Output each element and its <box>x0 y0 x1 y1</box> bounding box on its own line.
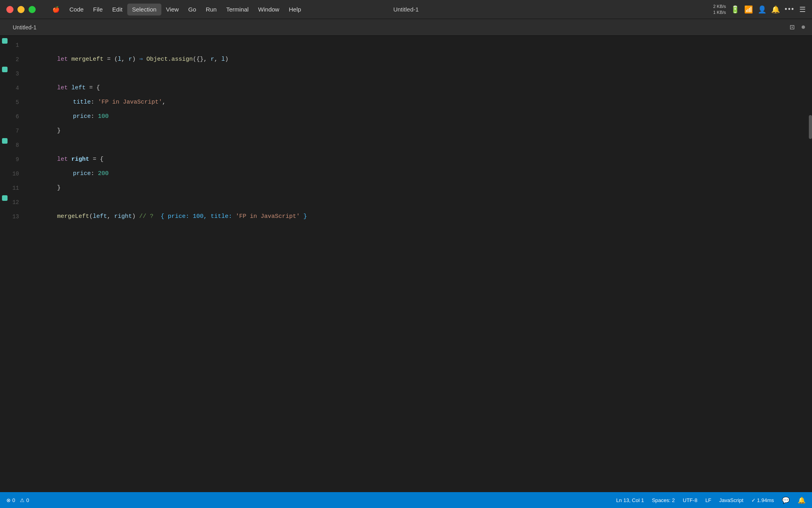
breakpoint-11 <box>0 181 10 187</box>
code-line-9: price: 200 <box>32 152 812 167</box>
tab-bar: Untitled-1 ⊡ ● <box>0 19 812 36</box>
breakpoint-1[interactable] <box>0 38 10 44</box>
line-num-2: 2 <box>10 52 25 67</box>
cursor-position[interactable]: Ln 13, Col 1 <box>616 497 644 503</box>
code-area[interactable]: let mergeLeft = (l, r) ⇒ Object.assign({… <box>32 36 812 492</box>
line-wrapper-1: 1 <box>0 38 32 52</box>
kb-up: 2 KB/s <box>713 4 726 9</box>
status-right-menubar: 2 KB/s 1 KB/s 🔋 📶 👤 🔔 ••• ☰ <box>713 4 806 15</box>
line-num-1: 1 <box>10 38 25 52</box>
line-num-5: 5 <box>10 95 25 110</box>
menu-help[interactable]: Help <box>284 4 306 15</box>
breakpoint-13 <box>0 210 10 215</box>
menu-run[interactable]: Run <box>201 4 222 15</box>
line-wrapper-3: 3 <box>0 67 32 81</box>
wifi-icon: 📶 <box>744 5 753 14</box>
kb-down: 1 KB/s <box>713 10 726 15</box>
code-line-10: } <box>32 167 812 181</box>
code-line-11 <box>32 181 812 195</box>
network-speed: 2 KB/s 1 KB/s <box>713 4 726 15</box>
code-line-6: } <box>32 110 812 124</box>
traffic-lights <box>6 6 36 13</box>
error-icon: ⊗ <box>6 497 11 503</box>
status-right-bar: Ln 13, Col 1 Spaces: 2 UTF-8 LF JavaScri… <box>616 496 806 504</box>
line-num-7: 7 <box>10 124 25 138</box>
line-num-12: 12 <box>10 195 25 210</box>
encoding[interactable]: UTF-8 <box>683 497 697 503</box>
line-wrapper-13: 13 <box>0 210 32 224</box>
line-num-10: 10 <box>10 167 25 181</box>
menu-go[interactable]: Go <box>184 4 201 15</box>
maximize-button[interactable] <box>29 6 36 13</box>
line-num-11: 11 <box>10 181 25 195</box>
warning-icon: ⚠ <box>20 497 25 503</box>
window-title: Untitled-1 <box>393 6 419 13</box>
breakpoint-12[interactable] <box>0 195 10 201</box>
line-num-9: 9 <box>10 152 25 167</box>
warning-count: 0 <box>26 497 29 503</box>
notification-icon: 🔔 <box>771 5 780 14</box>
line-wrapper-10: 10 <box>0 167 32 181</box>
line-wrapper-8: 8 <box>0 138 32 152</box>
indentation[interactable]: Spaces: 2 <box>652 497 675 503</box>
line-wrapper-11: 11 <box>0 181 32 195</box>
line-gutter: 1 2 3 4 5 6 7 8 <box>0 36 32 492</box>
breakpoint-8[interactable] <box>0 138 10 144</box>
line-wrapper-4: 4 <box>0 81 32 95</box>
more-icon: ••• <box>785 5 795 13</box>
menu-selection[interactable]: Selection <box>127 4 161 15</box>
menu-items: 🍎 Code File Edit Selection View Go Run T… <box>48 4 306 15</box>
breakpoint-3[interactable] <box>0 67 10 72</box>
menu-terminal[interactable]: Terminal <box>221 4 253 15</box>
code-line-3: let left = { <box>32 67 812 81</box>
menu-file[interactable]: File <box>88 4 107 15</box>
menu-window[interactable]: Window <box>253 4 284 15</box>
language-mode[interactable]: JavaScript <box>719 497 743 503</box>
list-icon: ☰ <box>799 5 806 14</box>
tab-actions: ⊡ ● <box>790 22 806 32</box>
code-line-8: let right = { <box>32 138 812 152</box>
line-wrapper-12: 12 <box>0 195 32 210</box>
code-line-12: mergeLeft(left, right) // ? { price: 100… <box>32 195 812 210</box>
breakpoint-6 <box>0 110 10 115</box>
menu-edit[interactable]: Edit <box>107 4 127 15</box>
errors-indicator[interactable]: ⊗ 0 ⚠ 0 <box>6 497 29 503</box>
status-left: ⊗ 0 ⚠ 0 <box>6 497 29 503</box>
line-num-4: 4 <box>10 81 25 95</box>
line-num-13: 13 <box>10 210 25 224</box>
close-button[interactable] <box>6 6 13 13</box>
scrollbar[interactable] <box>809 115 812 139</box>
active-tab[interactable]: Untitled-1 <box>6 21 43 34</box>
line-num-6: 6 <box>10 110 25 124</box>
editor-area: 1 2 3 4 5 6 7 8 <box>0 36 812 492</box>
minimize-button[interactable] <box>17 6 25 13</box>
breakpoint-2 <box>0 52 10 58</box>
line-wrapper-9: 9 <box>0 152 32 167</box>
apple-menu[interactable]: 🍎 <box>48 4 65 15</box>
menu-code[interactable]: Code <box>65 4 88 15</box>
line-wrapper-2: 2 <box>0 52 32 67</box>
line-num-3: 3 <box>10 67 25 81</box>
menu-view[interactable]: View <box>161 4 184 15</box>
timing: ✓ 1.94ms <box>751 497 774 503</box>
status-bar: ⊗ 0 ⚠ 0 Ln 13, Col 1 Spaces: 2 UTF-8 LF … <box>0 492 812 508</box>
line-wrapper-5: 5 <box>0 95 32 110</box>
line-ending[interactable]: LF <box>705 497 711 503</box>
more-options-dot[interactable]: ● <box>801 23 806 32</box>
breakpoint-4 <box>0 81 10 87</box>
notification-bell-icon[interactable]: 🔔 <box>798 496 806 504</box>
breakpoint-10 <box>0 167 10 172</box>
code-line-7 <box>32 124 812 138</box>
breakpoint-5 <box>0 95 10 101</box>
line-wrapper-7: 7 <box>0 124 32 138</box>
feedback-icon[interactable]: 💬 <box>782 496 790 504</box>
code-line-1: let mergeLeft = (l, r) ⇒ Object.assign({… <box>32 38 812 52</box>
line-num-8: 8 <box>10 138 25 152</box>
user-icon: 👤 <box>758 5 766 14</box>
split-editor-icon[interactable]: ⊡ <box>790 22 795 32</box>
line-wrapper-6: 6 <box>0 110 32 124</box>
battery-icon: 🔋 <box>731 5 739 14</box>
breakpoint-9 <box>0 152 10 158</box>
breakpoint-7 <box>0 124 10 129</box>
menu-bar: 🍎 Code File Edit Selection View Go Run T… <box>0 0 812 19</box>
